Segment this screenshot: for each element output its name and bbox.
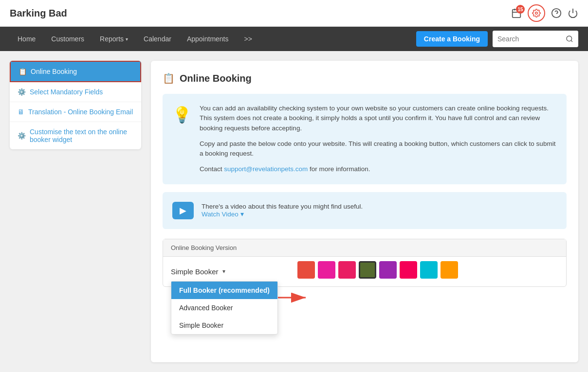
app-logo: Barking Bad	[10, 8, 67, 19]
watch-video-link[interactable]: Watch Video ▾	[202, 210, 363, 218]
page-title: 📋 Online Booking	[163, 72, 567, 84]
nav-item-appointments[interactable]: Appointments	[179, 27, 237, 51]
search-button[interactable]	[561, 31, 578, 47]
create-booking-button[interactable]: Create a Booking	[416, 31, 488, 47]
sidebar-item-translation-email[interactable]: 🖥 Translation - Online Booking Email	[10, 102, 141, 122]
chevron-down-icon: ▾	[126, 36, 128, 42]
calendar-icon[interactable]: 15	[511, 8, 522, 18]
color-swatch-crimson[interactable]	[400, 261, 417, 279]
nav-bar: Home Customers Reports ▾ Calendar Appoin…	[0, 27, 588, 51]
help-icon[interactable]	[551, 8, 562, 18]
color-swatch-pink[interactable]	[318, 261, 335, 279]
sidebar: 📋 Online Booking ⚙️ Select Mandatory Fie…	[10, 61, 141, 362]
booking-version-header: Online Booking Version	[163, 239, 566, 257]
nav-item-customers[interactable]: Customers	[43, 27, 92, 51]
svg-line-9	[571, 40, 572, 42]
search-input[interactable]	[493, 31, 561, 47]
search-box	[493, 31, 578, 47]
color-swatch-purple[interactable]	[379, 261, 397, 279]
book-icon: 📋	[18, 68, 27, 75]
chevron-select-icon: ▾	[222, 268, 225, 275]
top-bar: Barking Bad 15	[0, 0, 588, 27]
info-panel-text: You can add an availability checking sys…	[200, 104, 557, 175]
video-panel: ▶ There's a video about this feature you…	[163, 192, 567, 229]
color-swatches	[297, 261, 558, 279]
dropdown-menu: Full Booker (recommended) Advanced Booke…	[171, 281, 278, 335]
book-title-icon: 📋	[163, 72, 175, 84]
sidebar-card: 📋 Online Booking ⚙️ Select Mandatory Fie…	[10, 61, 141, 149]
notification-badge: 15	[516, 5, 525, 14]
gear-widget-icon: ⚙️	[18, 132, 26, 140]
nav-item-calendar[interactable]: Calendar	[136, 27, 179, 51]
nav-item-home[interactable]: Home	[10, 27, 43, 51]
monitor-icon: 🖥	[18, 108, 24, 116]
nav-item-reports[interactable]: Reports ▾	[92, 27, 136, 51]
simple-booker-select[interactable]: Simple Booker ▾	[171, 265, 225, 279]
chevron-video-icon: ▾	[240, 211, 244, 218]
lightbulb-icon: 💡	[172, 106, 192, 175]
sidebar-item-online-booking[interactable]: 📋 Online Booking	[10, 61, 141, 82]
video-icon: ▶	[172, 202, 194, 219]
booking-version-body: Simple Booker ▾ Full Booker (recommended…	[163, 257, 566, 286]
info-panel: 💡 You can add an availability checking s…	[163, 94, 567, 184]
main-content: 📋 Online Booking ⚙️ Select Mandatory Fie…	[0, 51, 588, 372]
nav-item-more[interactable]: >>	[237, 27, 260, 51]
nav-items: Home Customers Reports ▾ Calendar Appoin…	[10, 27, 416, 51]
settings-icon[interactable]	[528, 4, 545, 22]
svg-point-8	[567, 36, 572, 41]
color-swatch-teal[interactable]	[420, 261, 438, 279]
nav-actions: Create a Booking	[416, 31, 578, 47]
dropdown-item-simple-booker[interactable]: Simple Booker	[171, 317, 277, 334]
booking-version-section: Online Booking Version Simple Booker ▾ F…	[163, 239, 567, 287]
color-swatch-hot-pink[interactable]	[338, 261, 356, 279]
dropdown-item-full-booker[interactable]: Full Booker (recommended)	[171, 282, 277, 299]
color-swatch-olive[interactable]	[359, 261, 376, 279]
sidebar-item-mandatory-fields[interactable]: ⚙️ Select Mandatory Fields	[10, 82, 141, 102]
top-bar-icons: 15	[511, 4, 578, 22]
color-swatch-red[interactable]	[297, 261, 315, 279]
svg-point-4	[535, 12, 538, 15]
sidebar-item-customise-text[interactable]: ⚙️ Customise the text on the online book…	[10, 122, 141, 149]
gear-small-icon: ⚙️	[18, 88, 26, 96]
color-swatch-orange[interactable]	[441, 261, 458, 279]
dropdown-item-advanced-booker[interactable]: Advanced Booker	[171, 299, 277, 317]
power-icon[interactable]	[568, 8, 578, 18]
content-area: 📋 Online Booking 💡 You can add an availa…	[151, 61, 578, 362]
support-email-link[interactable]: support@revelationpets.com	[224, 165, 308, 173]
